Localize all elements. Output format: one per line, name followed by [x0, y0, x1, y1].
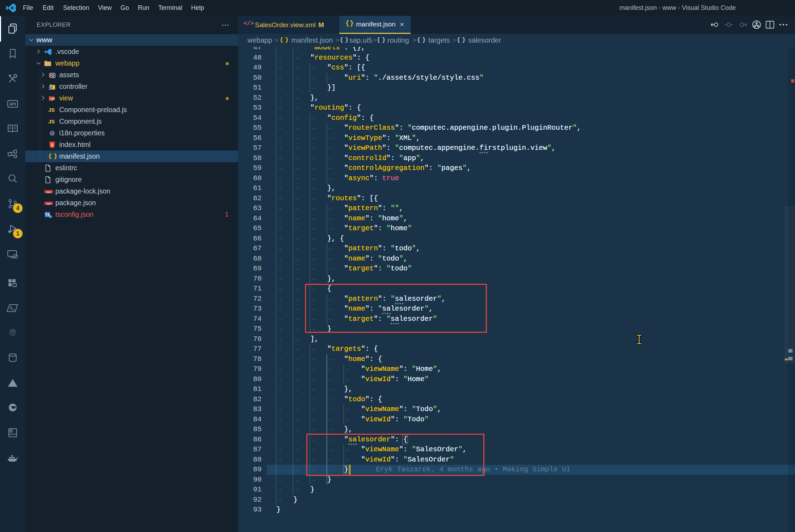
svg-text:5: 5 — [51, 143, 53, 147]
svg-text:API: API — [10, 102, 16, 106]
svg-text:TS: TS — [45, 213, 50, 216]
svg-text:npm: npm — [46, 190, 51, 193]
svg-text:npm: npm — [46, 202, 51, 205]
